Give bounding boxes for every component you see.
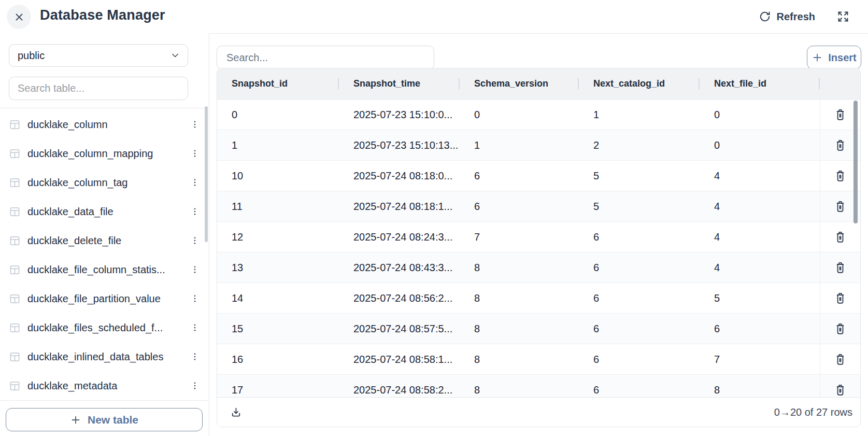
sidebar-item-table[interactable]: ducklake_column_tag (0, 168, 209, 197)
table-row[interactable]: 15 2025-07-24 08:57:5... 8 6 6 (217, 314, 860, 344)
table-cell: 8 (460, 323, 579, 335)
table-options-button[interactable] (187, 234, 203, 247)
table-cell: 4 (700, 201, 820, 213)
table-options-button[interactable] (187, 118, 203, 131)
fullscreen-button[interactable] (836, 9, 850, 24)
table-cell: 2 (579, 139, 700, 151)
row-actions-cell (820, 283, 860, 313)
delete-row-button[interactable] (831, 198, 849, 216)
download-icon (230, 406, 243, 419)
sidebar-divider (0, 108, 209, 108)
table-icon (9, 235, 21, 247)
table-header-row: Snapshot_id Snapshot_time Schema_version… (217, 68, 860, 100)
table-cell: 6 (579, 262, 700, 274)
table-options-button[interactable] (187, 321, 203, 334)
table-list: ducklake_column ducklake_column_mapping … (0, 110, 209, 400)
kebab-menu-icon (190, 265, 200, 274)
data-table-panel: Snapshot_id Snapshot_time Schema_version… (217, 68, 861, 427)
sidebar-item-table[interactable]: ducklake_file_column_statis... (0, 255, 209, 284)
table-cell: 6 (579, 292, 700, 304)
table-row[interactable]: 13 2025-07-24 08:43:3... 8 6 4 (217, 252, 860, 283)
table-options-button[interactable] (187, 379, 203, 392)
table-cell: 5 (700, 292, 820, 304)
delete-row-button[interactable] (831, 320, 849, 338)
delete-row-button[interactable] (831, 106, 849, 124)
table-row[interactable]: 10 2025-07-24 08:18:0... 6 5 4 (217, 161, 860, 191)
sidebar-item-table[interactable]: ducklake_column (0, 110, 209, 139)
column-header[interactable]: Schema_version (460, 78, 579, 89)
table-name-label: ducklake_file_partition_value (27, 293, 187, 305)
trash-icon (833, 291, 847, 305)
table-cell: 8 (460, 354, 579, 365)
table-cell: 2025-07-23 15:10:13... (339, 139, 460, 151)
trash-icon (833, 353, 847, 367)
table-options-button[interactable] (187, 176, 203, 189)
table-cell: 17 (217, 384, 339, 396)
table-row[interactable]: 17 2025-07-24 08:58:2... 8 6 8 (217, 375, 860, 398)
table-row[interactable]: 12 2025-07-24 08:24:3... 7 6 4 (217, 222, 860, 252)
new-table-button[interactable]: New table (6, 408, 203, 431)
delete-row-button[interactable] (831, 289, 849, 307)
kebab-menu-icon (190, 323, 200, 332)
delete-row-button[interactable] (831, 350, 849, 369)
table-options-button[interactable] (187, 292, 203, 305)
table-options-button[interactable] (187, 263, 203, 276)
table-search-input[interactable] (9, 77, 188, 100)
schema-selector[interactable]: public (9, 44, 188, 67)
column-header[interactable]: Snapshot_time (339, 78, 460, 89)
column-header[interactable]: Next_file_id (700, 78, 820, 89)
sidebar-item-table[interactable]: ducklake_files_scheduled_f... (0, 313, 209, 342)
table-cell: 6 (579, 384, 700, 396)
search-input[interactable] (217, 46, 434, 69)
table-row[interactable]: 14 2025-07-24 08:56:2... 8 6 5 (217, 283, 860, 314)
table-body: 0 2025-07-23 15:10:0... 0 1 0 1 2025-07-… (217, 100, 860, 398)
column-header[interactable]: Next_catalog_id (579, 78, 700, 89)
database-manager-window: Database Manager Refresh public (0, 0, 868, 436)
close-button[interactable] (7, 5, 31, 29)
table-cell: 2025-07-24 08:57:5... (339, 323, 460, 335)
sidebar-scrollbar[interactable] (205, 106, 208, 242)
table-row[interactable]: 16 2025-07-24 08:58:1... 8 6 7 (217, 344, 860, 375)
trash-icon (833, 261, 847, 275)
table-cell: 2025-07-24 08:56:2... (339, 292, 460, 304)
table-icon (9, 322, 21, 334)
kebab-menu-icon (190, 207, 200, 216)
row-actions-cell (820, 222, 860, 252)
row-actions-cell (820, 375, 860, 398)
table-options-button[interactable] (187, 205, 203, 218)
download-button[interactable] (227, 404, 245, 421)
sidebar-item-table[interactable]: ducklake_inlined_data_tables (0, 342, 209, 371)
table-options-button[interactable] (187, 350, 203, 363)
trash-icon (833, 383, 847, 397)
table-row[interactable]: 1 2025-07-23 15:10:13... 1 2 0 (217, 130, 860, 161)
refresh-button[interactable]: Refresh (756, 6, 818, 27)
sidebar-item-table[interactable]: ducklake_data_file (0, 197, 209, 226)
table-options-button[interactable] (187, 147, 203, 160)
table-name-label: ducklake_delete_file (27, 235, 187, 247)
plus-icon (70, 414, 81, 426)
insert-button[interactable]: Insert (807, 46, 861, 69)
table-cell: 10 (217, 170, 339, 182)
delete-row-button[interactable] (831, 136, 849, 154)
sidebar-item-table[interactable]: ducklake_file_partition_value (0, 284, 209, 313)
close-icon (13, 11, 25, 23)
table-row[interactable]: 11 2025-07-24 08:18:1... 6 5 4 (217, 191, 860, 222)
sidebar-item-table[interactable]: ducklake_column_mapping (0, 139, 209, 168)
table-cell: 13 (217, 262, 339, 274)
trash-icon (833, 200, 847, 214)
column-header[interactable]: Snapshot_id (217, 78, 339, 89)
row-actions-cell (820, 344, 860, 374)
delete-row-button[interactable] (831, 381, 849, 399)
sidebar-item-table[interactable]: ducklake_metadata (0, 371, 209, 400)
delete-row-button[interactable] (831, 228, 849, 246)
table-cell: 14 (217, 292, 339, 304)
table-row[interactable]: 0 2025-07-23 15:10:0... 0 1 0 (217, 100, 860, 130)
table-icon (9, 264, 21, 276)
delete-row-button[interactable] (831, 167, 849, 185)
sidebar-item-table[interactable]: ducklake_delete_file (0, 226, 209, 255)
delete-row-button[interactable] (831, 259, 849, 277)
table-cell: 6 (579, 323, 700, 335)
row-actions-cell (820, 252, 860, 283)
table-name-label: ducklake_data_file (27, 206, 187, 218)
table-scrollbar[interactable] (853, 101, 858, 223)
